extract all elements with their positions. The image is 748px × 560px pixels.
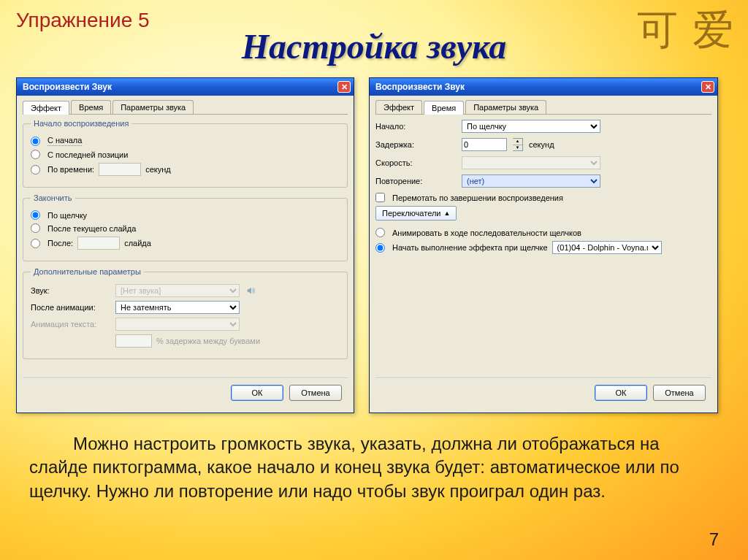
label-stop-click: По щелчку [47,211,87,220]
label-after-anim: После анимации: [31,303,111,312]
page-number: 7 [709,529,719,550]
group-extra-legend: Дополнительные параметры [31,267,144,276]
ok-button[interactable]: ОК [231,385,283,401]
titlebar[interactable]: Воспроизвести Звук ✕ [17,78,354,96]
slide-title: Настройка звука [0,26,748,66]
label-speed: Скорость: [375,158,456,167]
chevron-up-icon: ▲ [443,210,450,217]
dialogs-container: Воспроизвести Звук ✕ Эффект Время Параме… [16,77,718,413]
label-stop-after-slide: После текущего слайда [47,224,136,233]
tab-effect[interactable]: Эффект [375,100,422,114]
dialog-time: Воспроизвести Звук ✕ Эффект Время Параме… [369,77,718,413]
toggles-button[interactable]: Переключатели ▲ [375,206,457,220]
radio-animate-sequence[interactable] [375,228,385,237]
select-sound[interactable]: [Нет звука] [115,284,240,297]
group-start-playback: Начало воспроизведения С начала С послед… [23,119,348,188]
radio-start-begin[interactable] [31,137,40,146]
group-stop: Закончить По щелчку После текущего слайд… [23,193,348,261]
titlebar[interactable]: Воспроизвести Звук ✕ [370,78,717,96]
input-letter-delay [115,334,152,348]
dialog-title: Воспроизвести Звук [375,82,465,92]
toggles-label: Переключатели [382,209,440,218]
dialog-title: Воспроизвести Звук [23,82,112,92]
group-stop-legend: Закончить [31,193,75,202]
select-start-effect-target[interactable]: (01)04 - Dolphin - Voyna.m [552,241,662,254]
select-repeat[interactable]: (нет) [462,174,600,188]
checkbox-rewind[interactable] [375,193,385,202]
close-icon[interactable]: ✕ [337,81,351,93]
cancel-button[interactable]: Отмена [653,385,706,401]
cancel-button[interactable]: Отмена [289,385,342,401]
label-seconds: секунд [529,140,554,149]
radio-stop-after[interactable] [31,239,40,248]
radio-start-last[interactable] [31,150,40,159]
tab-sound-params[interactable]: Параметры звука [112,100,194,114]
tab-sound-params[interactable]: Параметры звука [465,100,546,114]
group-extra: Дополнительные параметры Звук: [Нет звук… [23,267,348,359]
label-animate-sequence: Анимировать в ходе последовательности ще… [392,229,581,237]
tab-effect[interactable]: Эффект [23,101,69,115]
radio-stop-click[interactable] [31,210,40,220]
radio-stop-after-slide[interactable] [31,223,40,233]
spinner-icon[interactable]: ▲▼ [513,138,523,151]
select-speed[interactable] [462,156,600,169]
tab-time[interactable]: Время [424,101,464,115]
input-start-time[interactable] [99,163,141,176]
label-start-time: По времени: [47,165,94,174]
kanji-decoration: 可 爱 [637,3,735,58]
select-after-anim[interactable]: Не затемнять [115,301,240,314]
label-start-effect-click: Начать выполнение эффекта при щелчке [392,243,548,252]
button-row: ОК Отмена [23,379,348,407]
label-start-last: С последней позиции [47,150,128,159]
dialog-body: Эффект Время Параметры звука Начало: По … [370,96,717,254]
ok-button[interactable]: ОК [595,385,647,401]
button-row: ОК Отмена [375,379,711,407]
close-icon[interactable]: ✕ [701,81,714,93]
label-start-begin: С начала [47,136,82,146]
label-rewind: Перемотать по завершении воспроизведения [392,193,563,202]
label-start: Начало: [375,122,456,131]
label-sound: Звук: [31,286,111,295]
radio-start-time[interactable] [31,165,40,174]
input-stop-after[interactable] [77,237,120,250]
label-delay: Задержка: [375,140,456,149]
label-repeat: Повторение: [375,177,456,185]
radio-start-effect-click[interactable] [375,243,385,253]
label-text-anim: Анимация текста: [31,320,111,329]
select-text-anim [115,318,240,331]
label-seconds: секунд [145,165,171,174]
dialog-effect: Воспроизвести Звук ✕ Эффект Время Параме… [16,77,354,413]
input-delay[interactable] [462,138,507,151]
dialog-body: Эффект Время Параметры звука Начало восп… [17,96,354,359]
body-paragraph: Можно настроить громкость звука, указать… [29,432,719,503]
label-stop-after: После: [47,239,73,248]
speaker-icon[interactable] [244,284,257,297]
tab-bar: Эффект Время Параметры звука [23,100,348,115]
tab-time[interactable]: Время [71,100,111,114]
label-letter-delay: % задержка между буквами [156,337,260,345]
tab-bar: Эффект Время Параметры звука [375,100,711,115]
group-start-legend: Начало воспроизведения [31,119,131,128]
label-slide-unit: слайда [124,239,151,248]
select-start[interactable]: По щелчку [462,120,600,133]
